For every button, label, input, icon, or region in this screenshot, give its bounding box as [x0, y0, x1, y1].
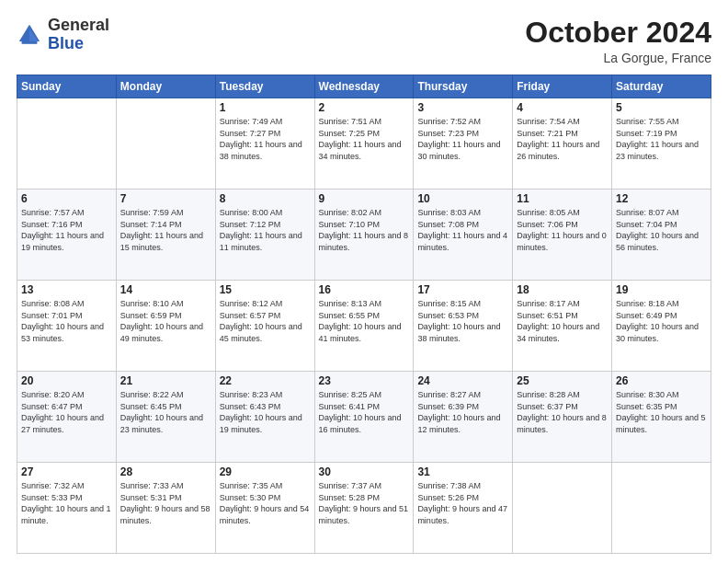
day-number: 18	[517, 283, 608, 296]
table-row: 31Sunrise: 7:38 AM Sunset: 5:26 PM Dayli…	[414, 463, 513, 554]
day-info: Sunrise: 7:37 AM Sunset: 5:28 PM Dayligh…	[319, 480, 410, 526]
day-info: Sunrise: 8:05 AM Sunset: 7:06 PM Dayligh…	[517, 207, 608, 253]
table-row: 28Sunrise: 7:33 AM Sunset: 5:31 PM Dayli…	[116, 463, 215, 554]
table-row: 3Sunrise: 7:52 AM Sunset: 7:23 PM Daylig…	[414, 98, 513, 190]
day-number: 5	[616, 101, 707, 114]
header: General Blue October 2024 La Gorgue, Fra…	[17, 17, 711, 65]
day-info: Sunrise: 8:12 AM Sunset: 6:57 PM Dayligh…	[220, 298, 311, 344]
day-info: Sunrise: 7:59 AM Sunset: 7:14 PM Dayligh…	[120, 207, 211, 253]
day-number: 27	[21, 465, 112, 478]
table-row: 17Sunrise: 8:15 AM Sunset: 6:53 PM Dayli…	[414, 281, 513, 372]
logo: General Blue	[17, 17, 109, 53]
col-friday: Friday	[513, 75, 612, 98]
table-row: 7Sunrise: 7:59 AM Sunset: 7:14 PM Daylig…	[116, 190, 215, 281]
day-number: 4	[517, 101, 608, 114]
location: La Gorgue, France	[525, 51, 711, 65]
day-number: 12	[616, 192, 707, 205]
table-row: 5Sunrise: 7:55 AM Sunset: 7:19 PM Daylig…	[612, 98, 711, 190]
table-row: 1Sunrise: 7:49 AM Sunset: 7:27 PM Daylig…	[215, 98, 314, 190]
day-info: Sunrise: 8:22 AM Sunset: 6:45 PM Dayligh…	[120, 389, 211, 435]
day-number: 20	[21, 374, 112, 387]
day-number: 30	[319, 465, 410, 478]
table-row: 4Sunrise: 7:54 AM Sunset: 7:21 PM Daylig…	[513, 98, 612, 190]
day-info: Sunrise: 8:03 AM Sunset: 7:08 PM Dayligh…	[417, 207, 508, 253]
table-row: 6Sunrise: 7:57 AM Sunset: 7:16 PM Daylig…	[17, 190, 117, 281]
day-info: Sunrise: 7:51 AM Sunset: 7:25 PM Dayligh…	[319, 116, 410, 162]
day-number: 29	[220, 465, 311, 478]
col-saturday: Saturday	[612, 75, 711, 98]
day-info: Sunrise: 8:30 AM Sunset: 6:35 PM Dayligh…	[616, 389, 707, 435]
col-monday: Monday	[116, 75, 215, 98]
day-info: Sunrise: 8:13 AM Sunset: 6:55 PM Dayligh…	[319, 298, 410, 344]
table-row: 21Sunrise: 8:22 AM Sunset: 6:45 PM Dayli…	[116, 372, 215, 463]
calendar-week-row: 13Sunrise: 8:08 AM Sunset: 7:01 PM Dayli…	[17, 281, 711, 372]
day-number: 11	[517, 192, 608, 205]
day-number: 8	[220, 192, 311, 205]
logo-blue: Blue	[48, 34, 84, 52]
table-row: 23Sunrise: 8:25 AM Sunset: 6:41 PM Dayli…	[314, 372, 414, 463]
table-row: 10Sunrise: 8:03 AM Sunset: 7:08 PM Dayli…	[414, 190, 513, 281]
table-row: 25Sunrise: 8:28 AM Sunset: 6:37 PM Dayli…	[513, 372, 612, 463]
day-number: 16	[319, 283, 410, 296]
table-row	[612, 463, 711, 554]
table-row	[17, 98, 117, 190]
table-row: 2Sunrise: 7:51 AM Sunset: 7:25 PM Daylig…	[314, 98, 414, 190]
day-info: Sunrise: 8:20 AM Sunset: 6:47 PM Dayligh…	[21, 389, 112, 435]
calendar-table: Sunday Monday Tuesday Wednesday Thursday…	[17, 75, 711, 554]
calendar-week-row: 27Sunrise: 7:32 AM Sunset: 5:33 PM Dayli…	[17, 463, 711, 554]
day-info: Sunrise: 8:25 AM Sunset: 6:41 PM Dayligh…	[319, 389, 410, 435]
day-number: 13	[21, 283, 112, 296]
logo-text: General Blue	[48, 17, 109, 53]
day-info: Sunrise: 7:55 AM Sunset: 7:19 PM Dayligh…	[616, 116, 707, 162]
day-number: 24	[417, 374, 508, 387]
day-number: 23	[319, 374, 410, 387]
day-number: 19	[616, 283, 707, 296]
title-block: October 2024 La Gorgue, France	[525, 17, 711, 65]
table-row: 13Sunrise: 8:08 AM Sunset: 7:01 PM Dayli…	[17, 281, 117, 372]
page: General Blue October 2024 La Gorgue, Fra…	[0, 0, 728, 563]
day-number: 17	[417, 283, 508, 296]
table-row: 11Sunrise: 8:05 AM Sunset: 7:06 PM Dayli…	[513, 190, 612, 281]
day-info: Sunrise: 7:52 AM Sunset: 7:23 PM Dayligh…	[417, 116, 508, 162]
table-row: 14Sunrise: 8:10 AM Sunset: 6:59 PM Dayli…	[116, 281, 215, 372]
table-row: 9Sunrise: 8:02 AM Sunset: 7:10 PM Daylig…	[314, 190, 414, 281]
table-row	[513, 463, 612, 554]
day-number: 1	[220, 101, 311, 114]
day-info: Sunrise: 8:27 AM Sunset: 6:39 PM Dayligh…	[417, 389, 508, 435]
day-info: Sunrise: 8:28 AM Sunset: 6:37 PM Dayligh…	[517, 389, 608, 435]
table-row: 16Sunrise: 8:13 AM Sunset: 6:55 PM Dayli…	[314, 281, 414, 372]
table-row: 8Sunrise: 8:00 AM Sunset: 7:12 PM Daylig…	[215, 190, 314, 281]
svg-rect-2	[22, 41, 38, 44]
table-row: 19Sunrise: 8:18 AM Sunset: 6:49 PM Dayli…	[612, 281, 711, 372]
day-info: Sunrise: 8:10 AM Sunset: 6:59 PM Dayligh…	[120, 298, 211, 344]
col-wednesday: Wednesday	[314, 75, 414, 98]
day-number: 10	[417, 192, 508, 205]
day-info: Sunrise: 7:35 AM Sunset: 5:30 PM Dayligh…	[220, 480, 311, 526]
day-info: Sunrise: 8:17 AM Sunset: 6:51 PM Dayligh…	[517, 298, 608, 344]
day-number: 7	[120, 192, 211, 205]
table-row: 29Sunrise: 7:35 AM Sunset: 5:30 PM Dayli…	[215, 463, 314, 554]
table-row: 30Sunrise: 7:37 AM Sunset: 5:28 PM Dayli…	[314, 463, 414, 554]
col-thursday: Thursday	[414, 75, 513, 98]
day-number: 31	[417, 465, 508, 478]
table-row: 24Sunrise: 8:27 AM Sunset: 6:39 PM Dayli…	[414, 372, 513, 463]
table-row	[116, 98, 215, 190]
calendar-week-row: 6Sunrise: 7:57 AM Sunset: 7:16 PM Daylig…	[17, 190, 711, 281]
table-row: 22Sunrise: 8:23 AM Sunset: 6:43 PM Dayli…	[215, 372, 314, 463]
day-number: 9	[319, 192, 410, 205]
calendar-header-row: Sunday Monday Tuesday Wednesday Thursday…	[17, 75, 711, 98]
day-number: 21	[120, 374, 211, 387]
table-row: 20Sunrise: 8:20 AM Sunset: 6:47 PM Dayli…	[17, 372, 117, 463]
table-row: 15Sunrise: 8:12 AM Sunset: 6:57 PM Dayli…	[215, 281, 314, 372]
day-number: 3	[417, 101, 508, 114]
col-sunday: Sunday	[17, 75, 117, 98]
table-row: 27Sunrise: 7:32 AM Sunset: 5:33 PM Dayli…	[17, 463, 117, 554]
day-info: Sunrise: 7:57 AM Sunset: 7:16 PM Dayligh…	[21, 207, 112, 253]
month-title: October 2024	[525, 17, 711, 49]
day-number: 14	[120, 283, 211, 296]
day-info: Sunrise: 7:38 AM Sunset: 5:26 PM Dayligh…	[417, 480, 508, 526]
day-number: 22	[220, 374, 311, 387]
table-row: 26Sunrise: 8:30 AM Sunset: 6:35 PM Dayli…	[612, 372, 711, 463]
table-row: 12Sunrise: 8:07 AM Sunset: 7:04 PM Dayli…	[612, 190, 711, 281]
day-number: 15	[220, 283, 311, 296]
